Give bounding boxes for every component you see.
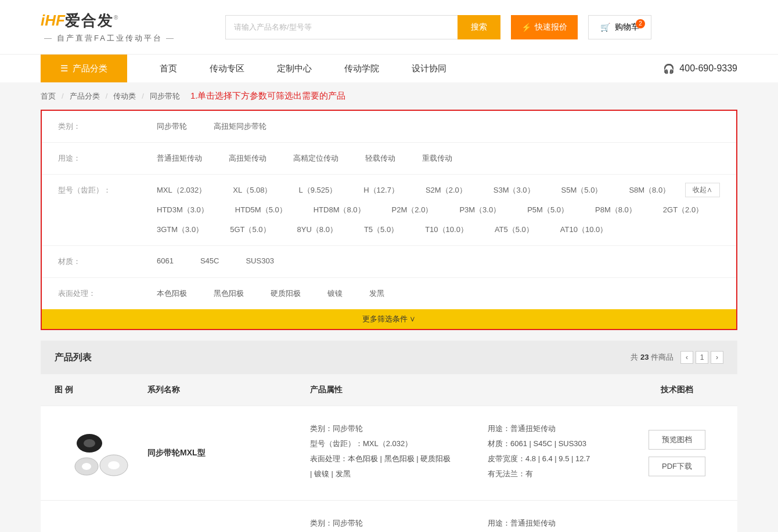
product-image[interactable] (55, 516, 147, 532)
filter-opt-2-5[interactable]: S3M（3.0） (494, 185, 535, 196)
nav-link-0[interactable]: 首页 (160, 63, 177, 74)
pager-next[interactable]: › (711, 351, 723, 364)
logo-ihf: iHF (41, 12, 65, 29)
product-count: 共 23 件商品 (631, 352, 673, 363)
filter-opt-2-8[interactable]: HTD3M（3.0） (157, 205, 208, 215)
filter-opt-1-4[interactable]: 重载传动 (422, 153, 452, 164)
th-name: 系列名称 (147, 385, 310, 395)
filter-label-3: 材质： (58, 256, 157, 267)
cart-icon: 🛒 (600, 23, 610, 32)
filter-opt-0-0[interactable]: 同步带轮 (157, 121, 187, 132)
filter-label-4: 表面处理： (58, 288, 157, 299)
collapse-button[interactable]: 收起∧ (685, 183, 720, 197)
filter-opt-4-3[interactable]: 镀镍 (327, 288, 343, 299)
filter-opt-1-1[interactable]: 高扭矩传动 (229, 153, 266, 164)
search-input[interactable] (225, 15, 458, 39)
filter-opt-2-19[interactable]: T5（5.0） (364, 225, 398, 235)
filter-opt-3-2[interactable]: SUS303 (246, 256, 273, 267)
more-filter-button[interactable]: 更多筛选条件 ∨ (42, 309, 736, 329)
filter-opt-2-16[interactable]: 3GTM（3.0） (157, 225, 203, 235)
filter-opt-3-0[interactable]: 6061 (157, 256, 174, 267)
menu-icon: ☰ (60, 63, 68, 74)
filter-opt-0-1[interactable]: 高扭矩同步带轮 (214, 121, 266, 132)
filter-opt-2-2[interactable]: L（9.525） (298, 185, 337, 196)
product-image[interactable] (55, 421, 147, 485)
breadcrumb-0[interactable]: 首页 (41, 91, 56, 102)
pdf-download-button[interactable]: PDF下载 (649, 457, 705, 476)
product-name[interactable] (147, 516, 310, 532)
filter-opt-2-3[interactable]: H（12.7） (363, 185, 399, 196)
filter-label-0: 类别： (58, 121, 157, 132)
filter-opt-2-9[interactable]: HTD5M（5.0） (235, 205, 287, 215)
filter-opt-1-0[interactable]: 普通扭矩传动 (157, 153, 202, 164)
cart-badge: 2 (636, 19, 645, 28)
filter-opt-4-1[interactable]: 黑色阳极 (214, 288, 244, 299)
filter-panel: 类别：同步带轮高扭矩同步带轮用途：普通扭矩传动高扭矩传动高精定位传动轻载传动重载… (41, 110, 737, 330)
filter-opt-1-2[interactable]: 高精定位传动 (293, 153, 338, 164)
filter-opt-2-4[interactable]: S2M（2.0） (426, 185, 467, 196)
filter-opt-2-13[interactable]: P5M（5.0） (527, 205, 568, 215)
filter-opt-2-18[interactable]: 8YU（8.0） (297, 225, 337, 235)
breadcrumb-2[interactable]: 传动类 (113, 91, 136, 102)
svg-point-3 (82, 463, 91, 470)
logo: iHF爱合发® 自产直营FA工业传动平台 (41, 10, 179, 44)
filter-opt-2-0[interactable]: MXL（2.032） (157, 185, 206, 196)
filter-opt-3-1[interactable]: S45C (200, 256, 219, 267)
filter-opt-2-14[interactable]: P8M（8.0） (595, 205, 636, 215)
filter-opt-2-10[interactable]: HTD8M（8.0） (314, 205, 365, 215)
nav-category-button[interactable]: ☰ 产品分类 (41, 55, 127, 82)
filter-label-2: 型号（齿距）： (58, 185, 157, 235)
search-box: 搜索 (225, 15, 500, 39)
svg-point-5 (108, 461, 120, 469)
lightning-icon: ⚡ (521, 23, 531, 32)
cart-button[interactable]: 🛒 购物车 2 (588, 15, 651, 39)
svg-point-1 (84, 439, 95, 447)
product-list-title: 产品列表 (55, 352, 92, 364)
th-attr: 产品属性 (310, 385, 631, 395)
nav-category-label: 产品分类 (73, 63, 107, 74)
nav-link-4[interactable]: 设计协同 (412, 63, 446, 74)
search-button[interactable]: 搜索 (458, 15, 500, 39)
preview-doc-button[interactable]: 预览图档 (649, 430, 705, 450)
nav-link-3[interactable]: 传动学院 (344, 63, 379, 74)
filter-opt-2-12[interactable]: P3M（3.0） (459, 205, 500, 215)
quick-quote-label: 快速报价 (535, 22, 567, 32)
pager-page: 1 (696, 351, 708, 364)
filter-opt-2-17[interactable]: 5GT（5.0） (230, 225, 270, 235)
filter-opt-4-2[interactable]: 硬质阳极 (271, 288, 301, 299)
breadcrumb-3[interactable]: 同步带轮 (150, 91, 180, 102)
headset-icon: 🎧 (663, 63, 675, 74)
filter-opt-4-4[interactable]: 发黑 (369, 288, 384, 299)
logo-cn: 爱合发 (65, 12, 114, 29)
phone: 🎧 400-690-9339 (663, 63, 737, 74)
filter-opt-2-6[interactable]: S5M（5.0） (561, 185, 603, 196)
filter-opt-1-3[interactable]: 轻载传动 (365, 153, 395, 164)
breadcrumb-1[interactable]: 产品分类 (70, 91, 100, 102)
logo-reg: ® (114, 15, 118, 21)
filter-opt-2-11[interactable]: P2M（2.0） (392, 205, 433, 215)
filter-opt-4-0[interactable]: 本色阳极 (157, 288, 187, 299)
nav-link-1[interactable]: 传动专区 (210, 63, 244, 74)
quick-quote-button[interactable]: ⚡ 快速报价 (511, 15, 578, 39)
filter-opt-2-22[interactable]: AT10（10.0） (560, 225, 607, 235)
nav-link-2[interactable]: 定制中心 (277, 63, 312, 74)
product-name[interactable]: 同步带轮MXL型 (147, 421, 310, 485)
filter-opt-2-21[interactable]: AT5（5.0） (495, 225, 534, 235)
logo-subtitle: 自产直营FA工业传动平台 (41, 33, 179, 44)
pager-prev[interactable]: ‹ (680, 351, 693, 364)
breadcrumb-tip: 1.单击选择下方参数可筛选出需要的产品 (190, 91, 346, 102)
filter-opt-2-15[interactable]: 2GT（2.0） (663, 205, 703, 215)
phone-number: 400-690-9339 (679, 63, 737, 74)
filter-label-1: 用途： (58, 153, 157, 164)
filter-opt-2-7[interactable]: S8M（8.0） (629, 185, 670, 196)
filter-opt-2-1[interactable]: XL（5.08） (233, 185, 272, 196)
th-image: 图 例 (55, 385, 147, 395)
filter-opt-2-20[interactable]: T10（10.0） (425, 225, 468, 235)
th-doc: 技术图档 (631, 385, 723, 395)
